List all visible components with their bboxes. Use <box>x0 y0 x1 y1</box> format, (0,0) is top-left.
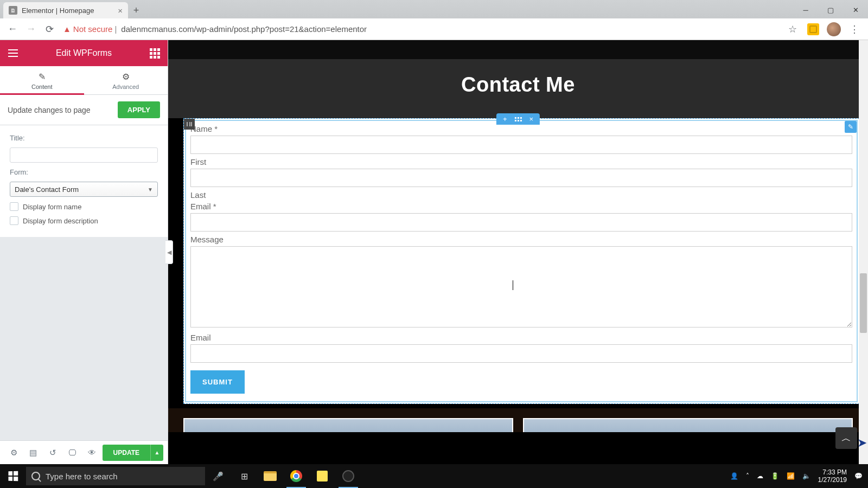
chrome-icon[interactable] <box>283 464 309 488</box>
submit-button[interactable]: SUBMIT <box>190 370 245 394</box>
taskbar-search[interactable]: Type here to search <box>26 467 205 485</box>
apply-row: Update changes to page APPLY <box>0 95 168 125</box>
tab-close-icon[interactable]: × <box>118 6 123 15</box>
add-section-icon[interactable]: + <box>503 115 507 123</box>
gallery-thumb[interactable] <box>183 418 513 432</box>
edit-widget-button[interactable]: ✎ <box>845 121 857 133</box>
profile-avatar[interactable] <box>825 20 843 38</box>
browser-menu-icon[interactable]: ⋮ <box>845 20 864 38</box>
tray-up-icon[interactable]: ˄ <box>746 472 749 480</box>
favicon-icon: 🗎 <box>9 6 17 15</box>
browser-toolbar: ← → ⟳ ▲ Not secure | dalenmcmanus.com/wp… <box>0 18 868 40</box>
tab-content[interactable]: ✎ Content <box>0 66 84 95</box>
elementor-sidebar: Edit WPForms ✎ Content ⚙ Advanced Update… <box>0 40 168 464</box>
text-cursor <box>513 280 513 290</box>
form-select[interactable]: Dale's Contact Form ▼ <box>10 182 158 197</box>
email-label: Email <box>190 333 852 342</box>
file-explorer-icon[interactable] <box>257 464 283 488</box>
taskbar-clock[interactable]: 7:33 PM 1/27/2019 <box>818 468 847 484</box>
preview-icon[interactable]: 👁 <box>82 443 101 463</box>
warning-icon: ▲ <box>63 24 71 34</box>
sidebar-form-controls: Title: Form: Dale's Contact Form ▼ Displ… <box>0 125 168 237</box>
message-label: Message <box>190 235 852 244</box>
checkbox-icon <box>10 202 18 211</box>
task-view-icon[interactable]: ⊞ <box>231 464 257 488</box>
update-dropdown-button[interactable]: ▲ <box>150 445 163 461</box>
cortana-mic-icon[interactable]: 🎤 <box>205 464 231 488</box>
tray-wifi-icon[interactable]: 📶 <box>787 472 795 480</box>
email-required-label: Email * <box>190 202 852 211</box>
clock-time: 7:33 PM <box>818 468 847 476</box>
vertical-scrollbar[interactable] <box>859 40 868 464</box>
message-textarea[interactable] <box>190 246 852 328</box>
name-first-input[interactable] <box>190 136 852 154</box>
mouse-cursor-icon: ➤ <box>857 436 867 450</box>
url-text: dalenmcmanus.com/wp-admin/post.php?post=… <box>121 24 367 34</box>
display-form-name-label: Display form name <box>23 203 81 211</box>
sidebar-footer: ⚙ ▤ ↺ 🖵 👁 UPDATE ▲ <box>0 440 168 464</box>
scroll-to-top-button[interactable]: ︿ <box>835 427 857 449</box>
collapse-sidebar-button[interactable]: ◀ <box>165 240 173 264</box>
forward-button[interactable]: → <box>23 21 39 37</box>
apply-text: Update changes to page <box>8 106 91 114</box>
tray-notifications-icon[interactable]: 💬 <box>854 472 863 480</box>
email-required-input[interactable] <box>190 213 852 232</box>
new-tab-button[interactable]: + <box>128 2 144 18</box>
tab-advanced-label: Advanced <box>112 84 139 90</box>
wpforms-widget-section[interactable]: ✎ Name * First Last Email * Message Emai… <box>183 118 859 404</box>
not-secure-badge: ▲ Not secure | <box>63 24 117 34</box>
first-label: First <box>190 157 852 166</box>
start-button[interactable] <box>0 464 26 488</box>
pencil-icon: ✎ <box>0 72 84 82</box>
contact-form: Name * First Last Email * Message Email … <box>185 120 858 402</box>
search-placeholder: Type here to search <box>46 472 118 481</box>
history-icon[interactable]: ↺ <box>43 443 62 463</box>
display-form-name-checkbox[interactable]: Display form name <box>10 202 158 211</box>
section-handle[interactable]: + × <box>496 113 540 125</box>
obs-icon[interactable] <box>335 464 361 488</box>
display-form-description-checkbox[interactable]: Display form description <box>10 216 158 225</box>
drag-section-icon[interactable] <box>515 117 522 121</box>
checkbox-icon <box>10 216 18 225</box>
sidebar-menu-button[interactable] <box>0 40 26 66</box>
sticky-notes-icon[interactable] <box>309 464 335 488</box>
tab-title: Elementor | Homepage <box>22 7 94 15</box>
settings-icon[interactable]: ⚙ <box>4 443 23 463</box>
display-form-description-label: Display form description <box>23 217 98 225</box>
responsive-icon[interactable]: 🖵 <box>63 443 81 463</box>
window-minimize-button[interactable]: ─ <box>793 1 818 18</box>
sidebar-widgets-button[interactable] <box>142 40 168 66</box>
gallery-thumb[interactable] <box>523 418 853 432</box>
reload-button[interactable]: ⟳ <box>41 21 58 37</box>
window-close-button[interactable]: ✕ <box>843 1 868 18</box>
tray-volume-icon[interactable]: 🔈 <box>802 472 810 480</box>
browser-tab-strip: 🗎 Elementor | Homepage × + ─ ▢ ✕ <box>0 0 868 18</box>
scrollbar-thumb[interactable] <box>860 273 867 333</box>
address-bar[interactable]: ▲ Not secure | dalenmcmanus.com/wp-admin… <box>63 24 778 34</box>
navigator-icon[interactable]: ▤ <box>24 443 42 463</box>
title-label: Title: <box>10 134 158 142</box>
tray-onedrive-icon[interactable]: ☁ <box>757 472 763 480</box>
delete-section-icon[interactable]: × <box>529 115 534 123</box>
name-last-input[interactable] <box>190 169 852 187</box>
back-button[interactable]: ← <box>4 21 21 37</box>
browser-tab[interactable]: 🗎 Elementor | Homepage × <box>3 2 128 18</box>
title-input[interactable] <box>10 147 158 163</box>
tab-advanced[interactable]: ⚙ Advanced <box>84 66 168 95</box>
email-input[interactable] <box>190 344 852 363</box>
window-maximize-button[interactable]: ▢ <box>818 1 843 18</box>
update-button[interactable]: UPDATE <box>103 445 150 461</box>
tray-battery-icon[interactable]: 🔋 <box>771 472 779 480</box>
column-handle[interactable] <box>184 119 195 130</box>
keep-extension-icon[interactable] <box>804 20 822 38</box>
tray-people-icon[interactable]: 👤 <box>730 472 738 480</box>
apply-button[interactable]: APPLY <box>118 101 160 118</box>
hero-section: Contact Me <box>168 59 868 118</box>
sidebar-tabs: ✎ Content ⚙ Advanced <box>0 66 168 95</box>
gear-icon: ⚙ <box>84 72 168 82</box>
windows-taskbar: Type here to search 🎤 ⊞ 👤 ˄ ☁ 🔋 📶 🔈 7:33… <box>0 464 868 488</box>
tab-content-label: Content <box>31 84 53 90</box>
page-heading: Contact Me <box>168 73 868 97</box>
bookmark-star-icon[interactable]: ☆ <box>783 20 802 38</box>
last-label: Last <box>190 190 852 200</box>
